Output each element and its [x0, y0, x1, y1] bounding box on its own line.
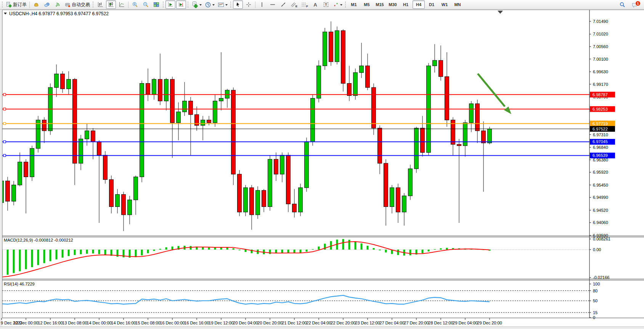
candle-bear	[61, 74, 65, 89]
time-axis-label: 16 Dec 16:00	[184, 321, 209, 325]
candlestick-chart-button[interactable]	[106, 0, 116, 9]
text-label-button[interactable]: T	[321, 0, 331, 9]
search-button[interactable]	[617, 0, 627, 9]
price-axis-label: 7.00560	[593, 44, 608, 49]
candle-bear	[329, 32, 333, 62]
text-tool-button[interactable]: A	[310, 0, 320, 9]
toolbar-group-trade: 新订单 自动交易	[1, 0, 92, 9]
candle-bear	[396, 188, 400, 212]
candle-bull	[390, 188, 394, 207]
chart-shift-button[interactable]	[176, 0, 186, 9]
line-chart-button[interactable]	[117, 0, 127, 9]
candle-bear	[91, 131, 95, 142]
line-handle	[3, 140, 6, 143]
candle-bull	[311, 98, 315, 142]
autotrading-button[interactable]: 自动交易	[63, 0, 91, 9]
rsi-axis-label: 80	[593, 289, 597, 293]
candlestick-chart-icon	[108, 2, 114, 8]
timeframe-m1-button[interactable]: M1	[348, 0, 360, 9]
toolbar-group-scroll	[162, 0, 186, 9]
timeframe-m30-button[interactable]: M30	[387, 0, 399, 9]
zoom-out-button[interactable]	[141, 0, 151, 9]
horizontal-line-button[interactable]	[268, 0, 278, 9]
vertical-line-icon	[259, 2, 265, 8]
bar-chart-button[interactable]	[95, 0, 105, 9]
zoom-in-icon	[132, 2, 138, 8]
periodicity-button[interactable]	[204, 0, 216, 9]
candle-bull	[152, 79, 156, 94]
toolbar-group-objects	[186, 0, 229, 9]
toolbar-right: 1	[617, 0, 640, 9]
tile-windows-button[interactable]	[151, 0, 161, 9]
channel-button[interactable]: E	[289, 0, 299, 9]
one-click-expander-icon[interactable]	[4, 13, 7, 16]
horizontal-line-icon	[270, 2, 276, 7]
timeframe-buttons: M1M5M15M30H1H4D1W1MN	[347, 0, 464, 9]
price-badge-label: 6.97719	[593, 121, 608, 126]
macd-pane-label: MACD(12,26,9) -0.000812 -0.000212	[4, 238, 73, 242]
timeframe-m15-button[interactable]: M15	[374, 0, 386, 9]
candle-bull	[323, 32, 327, 66]
macd-axis-label: 0.008261	[593, 237, 610, 241]
candle-bull	[433, 60, 437, 66]
timeframe-h4-button[interactable]: H4	[413, 0, 425, 9]
candle-bull	[36, 120, 40, 148]
new-chart-icon	[191, 1, 198, 8]
chat-button[interactable]: 1	[630, 0, 640, 9]
separator	[29, 2, 30, 8]
timeframe-w1-button[interactable]: W1	[438, 0, 451, 9]
rsi-axis-label: 0	[593, 315, 595, 320]
arrow-shapes-icon	[333, 2, 339, 8]
text-label-icon: T	[324, 2, 328, 7]
cursor-button[interactable]	[233, 0, 243, 9]
arrows-button[interactable]	[332, 0, 344, 9]
toolbar: 新订单 自动交易	[0, 0, 644, 10]
time-axis-label: 20 Dec 20:00	[257, 321, 282, 325]
candle-bear	[372, 87, 376, 128]
candle-bear	[384, 163, 388, 207]
candle-bull	[469, 104, 474, 123]
auto-scroll-button[interactable]	[165, 0, 175, 9]
price-axis-label: 7.01020	[593, 32, 608, 36]
timeframe-h1-button[interactable]: H1	[400, 0, 412, 9]
signals-button[interactable]	[53, 0, 63, 9]
timeframe-d1-button[interactable]: D1	[426, 0, 438, 9]
time-axis-label: 15 Dec 08:00	[135, 321, 160, 325]
candle-bull	[18, 162, 22, 185]
candle-bull	[299, 188, 303, 212]
candle-bull	[177, 112, 181, 123]
rsi-pane-label: RSI(14) 46.7229	[4, 282, 35, 286]
candle-bull	[116, 195, 120, 207]
trendline-button[interactable]	[278, 0, 288, 9]
timeframe-m5-button[interactable]: M5	[361, 0, 373, 9]
crosshair-button[interactable]	[244, 0, 254, 9]
chart-shift-icon	[178, 2, 184, 8]
timeframe-mn-button[interactable]: MN	[451, 0, 464, 9]
search-icon	[619, 2, 626, 8]
templates-button[interactable]	[217, 0, 229, 9]
community-button[interactable]	[42, 0, 52, 9]
rsi-axis-label: 100	[593, 282, 600, 286]
channel-sub-label: E	[296, 5, 297, 8]
vertical-line-button[interactable]	[257, 0, 267, 9]
time-axis-label: 13 Dec 08:00	[62, 321, 87, 325]
new-order-button[interactable]: 新订单	[5, 0, 28, 9]
candle-bear	[122, 195, 126, 215]
zoom-in-button[interactable]	[130, 0, 140, 9]
tile-windows-icon	[153, 2, 159, 8]
notification-badge: 1	[635, 1, 641, 6]
candle-bull	[140, 84, 144, 177]
crosshair-icon	[246, 2, 252, 8]
zoom-out-icon	[143, 2, 149, 8]
time-axis-label: 14 Dec 16:00	[111, 321, 136, 325]
candle-bear	[146, 84, 150, 94]
market-button[interactable]	[31, 0, 41, 9]
time-axis-label: 29 Dec 04:00	[453, 321, 477, 325]
community-cloud-icon	[44, 2, 50, 8]
toolbar-group-cursor: E F A T	[229, 0, 344, 9]
line-handle	[3, 108, 6, 110]
fibonacci-button[interactable]: F	[300, 0, 310, 9]
new-chart-button[interactable]	[190, 0, 203, 9]
candle-bull	[268, 159, 272, 206]
candle-bear	[341, 31, 345, 83]
